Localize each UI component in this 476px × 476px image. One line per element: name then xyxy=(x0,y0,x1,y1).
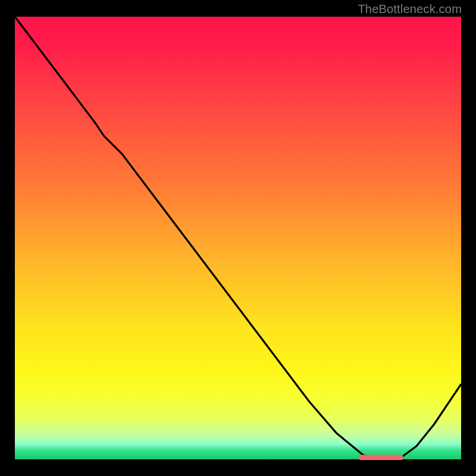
optimal-range-marker xyxy=(359,455,403,460)
attribution-text: TheBottleneck.com xyxy=(358,2,462,16)
chart-frame: TheBottleneck.com xyxy=(0,0,476,476)
bottleneck-curve xyxy=(15,17,461,459)
chart-overlay xyxy=(15,17,461,459)
